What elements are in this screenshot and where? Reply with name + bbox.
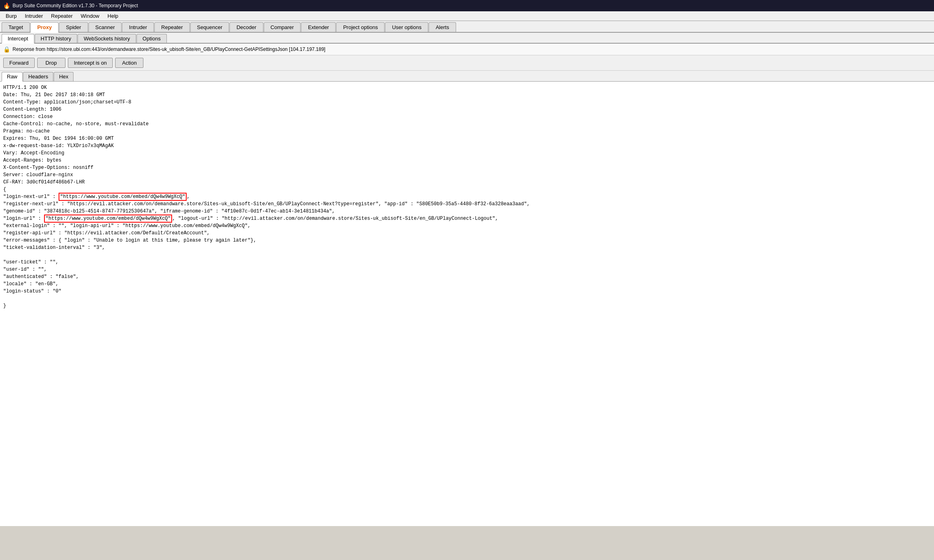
tab-comparer[interactable]: Comparer (264, 22, 301, 32)
app-icon: 🔥 (3, 2, 10, 9)
login-next-url-highlighted: "https://www.youtube.com/embed/dQw4w9WgX… (59, 193, 187, 201)
subtab-websockets-history[interactable]: WebSockets history (78, 34, 136, 43)
subtab-intercept[interactable]: Intercept (2, 34, 34, 44)
subtab-options[interactable]: Options (137, 34, 167, 43)
menu-help[interactable]: Help (103, 11, 122, 21)
lock-icon: 🔒 (3, 46, 10, 53)
tab-project-options[interactable]: Project options (336, 22, 385, 32)
intercept-toggle-button[interactable]: Intercept is on (68, 58, 113, 68)
json-prefix: { "login-next-url" : (3, 187, 59, 200)
drop-button[interactable]: Drop (37, 58, 65, 68)
response-content[interactable]: HTTP/1.1 200 OK Date: Thu, 21 Dec 2017 1… (0, 82, 934, 526)
tab-intruder[interactable]: Intruder (122, 22, 154, 32)
menu-burp[interactable]: Burp (2, 11, 21, 21)
title-bar: 🔥 Burp Suite Community Edition v1.7.30 -… (0, 0, 934, 11)
info-bar: 🔒 Response from https://store.ubi.com:44… (0, 44, 934, 55)
main-tabs: Target Proxy Spider Scanner Intruder Rep… (0, 21, 934, 33)
menu-intruder[interactable]: Intruder (21, 11, 47, 21)
info-text: Response from https://store.ubi.com:443/… (13, 46, 325, 52)
resp-tab-hex[interactable]: Hex (54, 72, 74, 81)
tab-alerts[interactable]: Alerts (429, 22, 456, 32)
tab-proxy[interactable]: Proxy (30, 22, 59, 33)
response-tabs: Raw Headers Hex (0, 71, 934, 82)
login-url-highlighted: "https://www.youtube.com/embed/dQw4w9WgX… (44, 215, 172, 223)
menu-repeater[interactable]: Repeater (47, 11, 76, 21)
tab-repeater[interactable]: Repeater (154, 22, 189, 32)
tab-sequencer[interactable]: Sequencer (190, 22, 229, 32)
tab-extender[interactable]: Extender (301, 22, 336, 32)
menu-bar: Burp Intruder Repeater Window Help (0, 11, 934, 21)
sub-tabs: Intercept HTTP history WebSockets histor… (0, 33, 934, 44)
menu-window[interactable]: Window (77, 11, 103, 21)
toolbar: Forward Drop Intercept is on Action (0, 55, 934, 71)
resp-tab-raw[interactable]: Raw (2, 72, 23, 82)
title-text: Burp Suite Community Edition v1.7.30 - T… (13, 3, 138, 8)
action-button[interactable]: Action (115, 58, 143, 68)
tab-target[interactable]: Target (2, 22, 30, 32)
resp-tab-headers[interactable]: Headers (23, 72, 53, 81)
json-mid2: , "logout-url" : "http://evil.attacker.c… (3, 216, 498, 309)
tab-decoder[interactable]: Decoder (229, 22, 263, 32)
tab-user-options[interactable]: User options (385, 22, 428, 32)
tab-scanner[interactable]: Scanner (88, 22, 122, 32)
response-headers: HTTP/1.1 200 OK Date: Thu, 21 Dec 2017 1… (3, 85, 149, 185)
tab-spider[interactable]: Spider (59, 22, 88, 32)
subtab-http-history[interactable]: HTTP history (35, 34, 78, 43)
forward-button[interactable]: Forward (3, 58, 35, 68)
